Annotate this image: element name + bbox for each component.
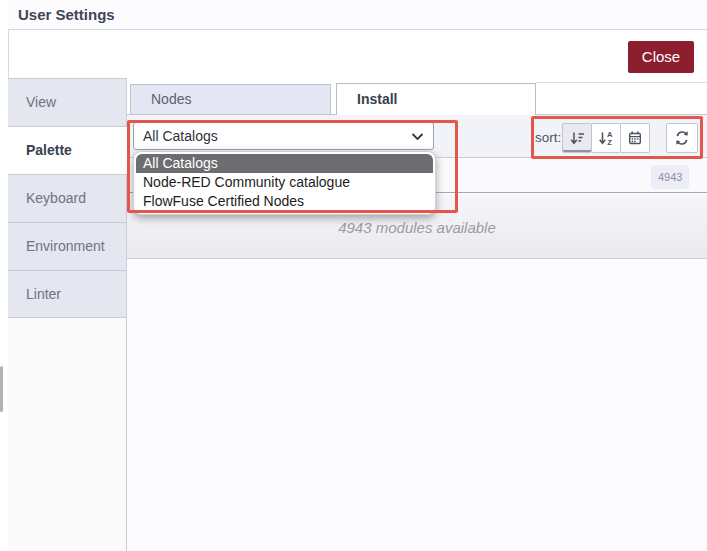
catalog-select-value: All Catalogs [143, 128, 218, 144]
svg-text:Z: Z [607, 138, 612, 146]
sort-label: sort: [535, 123, 561, 153]
calendar-icon [627, 130, 643, 146]
settings-sidebar: View Palette Keyboard Environment Linter [8, 78, 127, 551]
catalog-dropdown-menu: All Catalogs Node-RED Community catalogu… [133, 151, 436, 215]
sidebar-item-linter[interactable]: Linter [8, 270, 126, 318]
sort-date-button[interactable] [620, 123, 650, 153]
catalog-select[interactable]: All Catalogs [133, 122, 434, 150]
page-scrollbar-thumb[interactable] [0, 366, 3, 412]
refresh-icon [674, 130, 690, 146]
user-settings-dialog: User Settings Close View Palette Keyboar… [0, 0, 707, 551]
sort-alphabetical-button[interactable]: A Z [591, 123, 621, 153]
sort-amount-desc-icon [569, 130, 585, 146]
sort-relevance-button[interactable] [562, 123, 592, 153]
modules-available-text: 4943 modules available [127, 219, 707, 236]
sort-button-group: A Z [562, 123, 649, 153]
dialog-title: User Settings [18, 0, 115, 30]
tabbar-top-line [536, 82, 707, 83]
module-count-badge: 4943 [651, 165, 689, 189]
sidebar-item-view[interactable]: View [8, 78, 126, 126]
refresh-button[interactable] [666, 123, 698, 153]
sidebar-item-keyboard[interactable]: Keyboard [8, 174, 126, 222]
sidebar-item-palette[interactable]: Palette [8, 126, 127, 174]
chevron-down-icon [411, 133, 424, 141]
dropdown-option-flowfuse-certified[interactable]: FlowFuse Certified Nodes [134, 192, 435, 211]
sidebar-item-environment[interactable]: Environment [8, 222, 126, 270]
close-button[interactable]: Close [628, 41, 694, 73]
content-background [127, 260, 707, 551]
tab-install[interactable]: Install [336, 83, 536, 115]
sort-alpha-asc-icon: A Z [598, 130, 614, 146]
dropdown-option-all-catalogs[interactable]: All Catalogs [136, 154, 433, 173]
dropdown-option-nodered-community[interactable]: Node-RED Community catalogue [134, 173, 435, 192]
tab-nodes[interactable]: Nodes [130, 84, 331, 115]
